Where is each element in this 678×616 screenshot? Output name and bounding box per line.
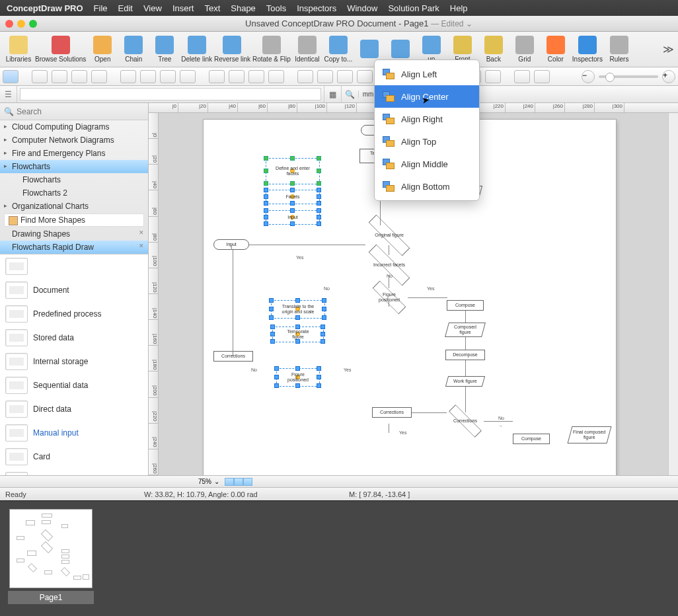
group-tool[interactable] xyxy=(248,70,264,83)
toolbar-identical[interactable]: Identical xyxy=(293,36,322,63)
shape-list-item[interactable]: Internal storage xyxy=(0,350,148,373)
menu-tools[interactable]: Tools xyxy=(266,3,286,13)
tree-item[interactable]: Flowcharts 2 xyxy=(0,186,148,200)
toolbar-back[interactable]: Back xyxy=(479,36,508,63)
tree-item[interactable]: Find More Shapes xyxy=(4,213,144,227)
flowchart-para[interactable]: Work figure xyxy=(445,376,485,387)
connector-line[interactable] xyxy=(389,245,389,255)
zoom-out-icon[interactable]: − xyxy=(582,70,595,83)
menu-text[interactable]: Text xyxy=(204,3,220,13)
tree-item[interactable]: Fire and Emergency Plans xyxy=(0,147,148,160)
connector-line[interactable] xyxy=(408,297,447,298)
selected-shape[interactable]: Input xyxy=(266,210,320,225)
toolbar-libraries[interactable]: Libraries xyxy=(4,36,33,63)
panel-toggle-icon[interactable]: ☰ xyxy=(0,86,17,102)
menu-help[interactable]: Help xyxy=(450,3,468,13)
toolbar-color[interactable]: Color xyxy=(541,36,570,63)
flowchart-rect[interactable]: Decompose xyxy=(445,350,485,360)
table-tool[interactable] xyxy=(268,70,284,83)
toolbar-copy-to[interactable]: Copy to... xyxy=(324,36,353,63)
format-painter-tool[interactable] xyxy=(534,70,550,83)
grid-view-icon[interactable]: ▦ xyxy=(324,86,341,102)
path-line-tool[interactable] xyxy=(297,70,313,83)
toolbar-overflow-icon[interactable]: ≫ xyxy=(663,43,674,56)
flowchart-para[interactable]: Final composedfigure xyxy=(568,426,612,443)
toolbar-group[interactable]: up xyxy=(417,36,446,63)
flowchart-rect[interactable]: Corrections xyxy=(372,407,412,418)
connector-line[interactable] xyxy=(389,275,389,288)
connector-line[interactable] xyxy=(389,424,389,433)
zoom-window-icon[interactable] xyxy=(29,20,37,28)
connector-arc-tool[interactable] xyxy=(160,70,176,83)
shape-list-item[interactable]: Card xyxy=(0,445,148,469)
shape-list-item[interactable] xyxy=(0,254,148,278)
minimize-window-icon[interactable] xyxy=(17,20,25,28)
connector-line[interactable] xyxy=(231,245,232,250)
zoom-in-icon[interactable]: + xyxy=(662,70,675,83)
connector-line[interactable] xyxy=(465,360,466,376)
zoom-value[interactable]: 75% xyxy=(198,478,211,485)
connector-line[interactable] xyxy=(465,337,466,350)
align-align-right[interactable]: Align Right xyxy=(375,108,479,130)
close-window-icon[interactable] xyxy=(5,20,13,28)
menu-window[interactable]: Window xyxy=(347,3,377,13)
menu-insert[interactable]: Insert xyxy=(172,3,194,13)
align-align-middle[interactable]: Align Middle xyxy=(375,153,479,175)
toolbar-reverse-link[interactable]: Reverse link xyxy=(214,36,250,63)
shape-list-item[interactable]: Stored data xyxy=(0,326,148,350)
toolbar-chain[interactable]: Chain xyxy=(119,36,148,63)
page-tabs[interactable] xyxy=(225,478,252,486)
connector-line[interactable] xyxy=(233,351,233,356)
connector-line[interactable] xyxy=(465,387,466,412)
connector-line[interactable] xyxy=(484,421,513,422)
tree-item[interactable]: Flowcharts xyxy=(0,160,148,173)
shape-list-item[interactable]: Direct data xyxy=(0,397,148,421)
selected-shape[interactable]: Figurepositioned xyxy=(276,368,320,387)
shape-list-item[interactable]: Sequential data xyxy=(0,373,148,397)
line-tool[interactable] xyxy=(91,70,107,83)
text-tool[interactable] xyxy=(71,70,87,83)
callout-tool[interactable] xyxy=(229,70,245,83)
menu-shape[interactable]: Shape xyxy=(231,3,256,13)
align-align-bottom[interactable]: Align Bottom xyxy=(375,175,479,198)
shape-list-item[interactable]: Document xyxy=(0,278,148,302)
flowchart-diamond[interactable]: Figurepositioned xyxy=(371,288,408,307)
toolbar-browse[interactable]: Browse Solutions xyxy=(35,36,86,63)
tree-item[interactable]: Flowcharts Rapid Draw xyxy=(0,241,148,254)
shape-list-item[interactable]: Manual input xyxy=(0,421,148,445)
ellipse-tool[interactable] xyxy=(52,70,67,83)
tree-item[interactable]: Cloud Computing Diagrams xyxy=(0,120,148,134)
selected-shape[interactable]: Temporatefigure xyxy=(272,327,324,342)
toolbar-front[interactable]: Front xyxy=(448,36,477,63)
rect-tool[interactable] xyxy=(32,70,48,83)
scrollbar-vertical[interactable] xyxy=(668,113,678,475)
menu-edit[interactable]: Edit xyxy=(118,3,133,13)
toolbar-rotate-flip[interactable]: Rotate & Flip xyxy=(252,36,291,63)
shape-list-item[interactable]: Predefined process xyxy=(0,302,148,326)
tree-item[interactable]: Drawing Shapes xyxy=(0,227,148,241)
tree-item[interactable]: Flowcharts xyxy=(0,173,148,186)
selected-shape[interactable]: Translate to theorigin and scale xyxy=(271,300,325,319)
flowchart-rect[interactable]: Compose xyxy=(447,300,484,311)
tree-item[interactable]: Organizational Charts xyxy=(0,200,148,213)
flowchart-diamond[interactable]: Incorrect facets xyxy=(365,255,413,275)
quick-input[interactable] xyxy=(20,88,321,100)
connector-bezier-tool[interactable] xyxy=(180,70,196,83)
path-curve-tool[interactable] xyxy=(357,70,373,83)
flowchart-diamond[interactable]: Original figure xyxy=(365,225,413,245)
eyedropper-tool[interactable] xyxy=(514,70,530,83)
connector-smart-tool[interactable] xyxy=(140,70,156,83)
flowchart-diamond[interactable]: Corrections xyxy=(447,412,484,430)
toolbar-tree[interactable]: Tree xyxy=(150,36,179,63)
connector-line[interactable] xyxy=(465,311,466,323)
menu-solution-park[interactable]: Solution Park xyxy=(388,3,439,13)
connector-straight-tool[interactable] xyxy=(120,70,136,83)
menu-view[interactable]: View xyxy=(143,3,162,13)
flowchart-rect[interactable]: Compose xyxy=(513,434,550,444)
shape-list-item[interactable]: Paper tape xyxy=(0,469,148,475)
toolbar-item[interactable] xyxy=(386,40,415,59)
search-panel-icon[interactable]: 🔍 xyxy=(341,86,358,102)
pointer-tool[interactable] xyxy=(3,70,19,83)
menu-file[interactable]: File xyxy=(94,3,108,13)
search-input[interactable] xyxy=(17,107,144,116)
